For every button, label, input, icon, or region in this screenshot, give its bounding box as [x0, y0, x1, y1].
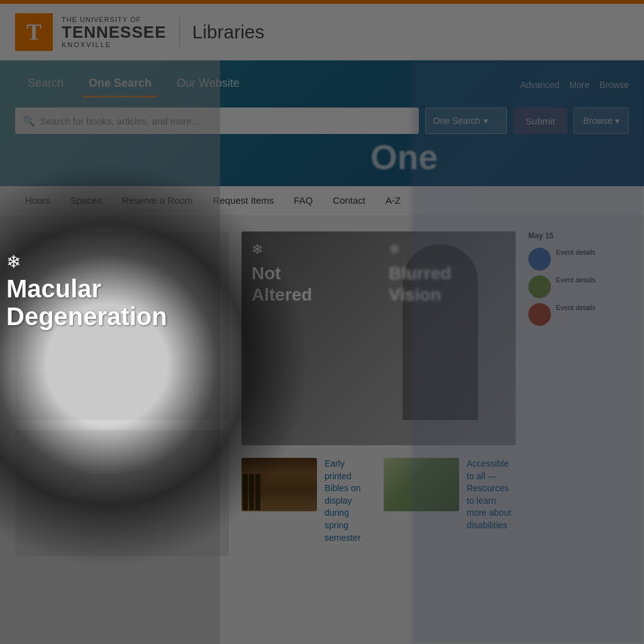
news-grid: Early printed Bibles on display during s… [242, 458, 516, 544]
libraries-title: Libraries [192, 21, 265, 43]
nav-faq[interactable]: FAQ [284, 186, 323, 216]
nav-az[interactable]: A-Z [375, 186, 411, 216]
more-link[interactable]: More [569, 80, 589, 90]
event-item-3[interactable]: Event details [528, 303, 629, 326]
main-content: ❄ Not Altered ❄ Blurred Vision [0, 216, 644, 644]
news-text-accessible: Accessible to all — Resources to learn m… [467, 458, 516, 544]
search-input-wrap[interactable]: 🔍 [15, 108, 419, 134]
snowflake-icon-1: ❄ [252, 242, 369, 258]
nav-contact[interactable]: Contact [323, 186, 375, 216]
vision-demo-panel: ❄ Not Altered ❄ Blurred Vision [242, 231, 516, 445]
search-bar-row: 🔍 One Search ▾ Submit Browse ▾ [0, 96, 644, 134]
news-thumb-people [384, 458, 459, 511]
orange-top-bar [0, 0, 644, 4]
tab-search[interactable]: Search [15, 72, 76, 96]
logo-block[interactable]: T THE UNIVERSITY OF TENNESSEE KNOXVILLE [15, 13, 167, 51]
search-input[interactable] [40, 116, 411, 126]
nav-request-items[interactable]: Request Items [203, 186, 284, 216]
left-placeholder [15, 231, 229, 420]
search-submit-button[interactable]: Submit [513, 108, 568, 134]
logo-text: THE UNIVERSITY OF TENNESSEE KNOXVILLE [62, 16, 167, 49]
nav-bar: Hours Spaces Reserve a Room Request Item… [0, 186, 644, 216]
university-of-label: THE UNIVERSITY OF [62, 16, 167, 23]
events-date: May 15 [528, 231, 629, 240]
tab-our-website[interactable]: Our Website [164, 72, 252, 96]
browse-link[interactable]: Browse [599, 80, 629, 90]
center-column: ❄ Not Altered ❄ Blurred Vision [242, 231, 516, 629]
nav-hours[interactable]: Hours [15, 186, 60, 216]
news-thumb-bibles [242, 458, 317, 511]
search-icon: 🔍 [23, 115, 35, 127]
not-altered-segment: ❄ Not Altered [242, 231, 379, 445]
news-item-bibles[interactable]: Early printed Bibles on display during s… [242, 458, 374, 544]
search-tabs: Search One Search Our Website Advanced M… [0, 60, 644, 96]
not-altered-label: Not Altered [252, 263, 369, 305]
logo-t-icon: T [15, 13, 53, 51]
header-divider [179, 16, 180, 48]
event-text-2: Event details [556, 275, 596, 284]
search-section: Search One Search Our Website Advanced M… [0, 60, 644, 186]
blurred-label: Blurred Vision [389, 263, 506, 305]
advanced-link[interactable]: Advanced [520, 80, 559, 90]
event-text-1: Event details [556, 248, 596, 257]
left-placeholder-2 [15, 430, 229, 556]
tennessee-label: TENNESSEE [62, 23, 167, 42]
event-thumb-2 [528, 275, 551, 298]
tab-one-search[interactable]: One Search [76, 72, 164, 96]
news-text-bibles: Early printed Bibles on display during s… [325, 458, 374, 544]
nav-reserve-room[interactable]: Reserve a Room [112, 186, 203, 216]
site-header: T THE UNIVERSITY OF TENNESSEE KNOXVILLE … [0, 4, 644, 60]
news-title-accessible[interactable]: Accessible to all — Resources to learn m… [467, 458, 516, 532]
event-thumb-3 [528, 303, 551, 326]
event-item-1[interactable]: Event details [528, 248, 629, 270]
event-text-3: Event details [556, 303, 596, 312]
left-column [15, 231, 229, 629]
nav-spaces[interactable]: Spaces [60, 186, 112, 216]
event-thumb-1 [528, 248, 551, 270]
browse-dropdown[interactable]: Browse ▾ [574, 108, 629, 134]
news-title-bibles[interactable]: Early printed Bibles on display during s… [325, 458, 374, 544]
right-column: May 15 Event details Event details Event… [528, 231, 629, 629]
blurred-vision-segment: ❄ Blurred Vision [379, 231, 516, 445]
search-scope-dropdown[interactable]: One Search ▾ [425, 108, 507, 134]
event-item-2[interactable]: Event details [528, 275, 629, 298]
news-item-accessible[interactable]: Accessible to all — Resources to learn m… [384, 458, 516, 544]
snowflake-icon-2: ❄ [389, 242, 506, 258]
knoxville-label: KNOXVILLE [62, 41, 167, 48]
